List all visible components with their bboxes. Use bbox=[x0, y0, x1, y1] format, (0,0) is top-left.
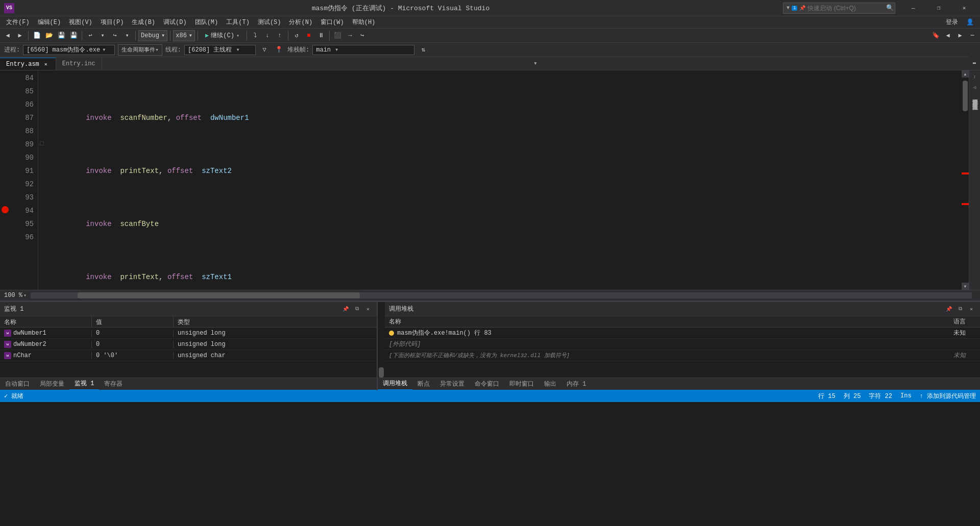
stop-button[interactable]: ■ bbox=[303, 30, 314, 41]
status-ready[interactable]: ✓ 就绪 bbox=[4, 392, 23, 400]
tab-memory1[interactable]: 内存 1 bbox=[561, 378, 591, 390]
cs-row-1[interactable]: masm伪指令.exe!main() 行 83 未知 bbox=[385, 328, 980, 339]
tab-exceptions[interactable]: 异常设置 bbox=[435, 378, 470, 390]
prev-result[interactable]: ◀ bbox=[942, 30, 953, 41]
step-into-button[interactable]: ↓ bbox=[262, 30, 273, 41]
debug-config-dropdown[interactable]: Debug ▾ bbox=[138, 30, 167, 41]
status-line[interactable]: 行 15 bbox=[818, 392, 836, 400]
hscrollbar[interactable] bbox=[31, 292, 972, 298]
undo-dropdown[interactable]: ▾ bbox=[97, 30, 108, 41]
status-ins[interactable]: Ins bbox=[900, 392, 912, 399]
watch-row-1[interactable]: w dwNumber1 0 unsigned long bbox=[0, 328, 377, 339]
watch-scrollbar-thumb[interactable] bbox=[379, 367, 384, 378]
next-breakpoint[interactable]: → bbox=[345, 30, 356, 41]
callstack-pin-btn[interactable]: 📌 bbox=[944, 305, 953, 314]
watch-scrollbar[interactable] bbox=[378, 302, 385, 378]
tab-cmdwindow[interactable]: 命令窗口 bbox=[470, 378, 504, 390]
close-button[interactable]: ✕ bbox=[952, 0, 976, 16]
tab-registers[interactable]: 寄存器 bbox=[99, 378, 128, 390]
run-to-cursor[interactable]: ↪ bbox=[357, 30, 368, 41]
menu-help[interactable]: 帮助(H) bbox=[348, 16, 380, 29]
team-explorer-label[interactable]: 团队资源管理器 bbox=[971, 98, 978, 102]
tab-entry-asm[interactable]: Entry.asm ✕ bbox=[0, 58, 56, 70]
tab-output[interactable]: 输出 bbox=[539, 378, 561, 390]
side-expand-btn[interactable]: ◁ bbox=[970, 83, 979, 92]
zoom-level[interactable]: 100 % bbox=[4, 292, 22, 299]
watch-close-btn[interactable]: ✕ bbox=[363, 305, 373, 314]
solution-explorer-label[interactable]: 解决方案资源管理器 bbox=[971, 93, 978, 97]
minimize-button[interactable]: — bbox=[901, 0, 925, 16]
watch-row-2[interactable]: w dwNumber2 0 unsigned long bbox=[0, 339, 377, 350]
close-tab-entry-asm[interactable]: ✕ bbox=[42, 61, 50, 68]
quick-launch-input[interactable] bbox=[807, 5, 884, 12]
forward-button[interactable]: ▶ bbox=[14, 30, 26, 41]
save-all-button[interactable]: 💾 bbox=[68, 30, 79, 41]
watch-float-btn[interactable]: ⧉ bbox=[352, 305, 361, 314]
callstack-float-btn[interactable]: ⧉ bbox=[955, 305, 965, 314]
stack-extra-btn[interactable]: ⇅ bbox=[418, 44, 429, 56]
menu-account-icon[interactable]: 👤 bbox=[962, 16, 978, 29]
scroll-thumb[interactable] bbox=[963, 81, 968, 111]
redo-dropdown[interactable]: ▾ bbox=[121, 30, 133, 41]
cs-row-2[interactable]: [外部代码] bbox=[385, 339, 980, 350]
code-content[interactable]: invoke scanfNumber , offset dwNumber1 in… bbox=[45, 70, 962, 290]
tab-immediate[interactable]: 即时窗口 bbox=[504, 378, 539, 390]
thread-filter-btn[interactable]: ▽ bbox=[259, 44, 270, 56]
platform-dropdown[interactable]: x86 ▾ bbox=[173, 30, 195, 41]
open-file-button[interactable]: 📂 bbox=[43, 30, 55, 41]
menu-build[interactable]: 生成(B) bbox=[128, 16, 159, 29]
redo-button[interactable]: ↪ bbox=[109, 30, 120, 41]
scroll-up[interactable]: ▲ bbox=[962, 70, 969, 78]
hscroll-thumb[interactable] bbox=[78, 292, 360, 298]
menu-window[interactable]: 窗口(W) bbox=[316, 16, 348, 29]
menu-analyze[interactable]: 分析(N) bbox=[285, 16, 316, 29]
menu-view[interactable]: 视图(V) bbox=[65, 16, 96, 29]
bookmark-btn[interactable]: 🔖 bbox=[930, 30, 941, 41]
back-button[interactable]: ◀ bbox=[2, 30, 13, 41]
menu-file[interactable]: 文件(F) bbox=[2, 16, 34, 29]
breakpoints-btn[interactable]: ⬛ bbox=[332, 30, 344, 41]
process-events-btn[interactable]: 生命周期事件 ▾ bbox=[118, 44, 162, 56]
watch-pin-btn[interactable]: 📌 bbox=[341, 305, 350, 314]
status-char[interactable]: 字符 22 bbox=[869, 392, 892, 400]
process-value[interactable]: [6560] masm伪指令.exe ▾ bbox=[23, 45, 115, 55]
new-project-button[interactable]: 📄 bbox=[31, 30, 42, 41]
tab-callstack[interactable]: 调用堆栈 bbox=[378, 378, 412, 390]
continue-button[interactable]: ▶ 继续(C) ▾ bbox=[201, 30, 244, 41]
menu-test[interactable]: 测试(S) bbox=[254, 16, 285, 29]
undo-button[interactable]: ↩ bbox=[85, 30, 96, 41]
zoom-dropdown[interactable]: ▾ bbox=[23, 292, 27, 298]
menu-edit[interactable]: 编辑(E) bbox=[34, 16, 65, 29]
editor-vscrollbar[interactable]: ▲ ▼ bbox=[962, 70, 969, 290]
next-result[interactable]: ▶ bbox=[954, 30, 966, 41]
gutter-89-collapse[interactable]: □ bbox=[38, 137, 45, 150]
side-pin-btn[interactable]: ↕ bbox=[970, 72, 979, 82]
status-add-src[interactable]: ↑ 添加到源代码管理 bbox=[920, 392, 976, 400]
menu-debug[interactable]: 调试(D) bbox=[159, 16, 191, 29]
panel-pin-btn[interactable]: ⬌ bbox=[969, 57, 980, 70]
thread-dropdown[interactable]: [6208] 主线程 ▾ bbox=[184, 45, 256, 55]
menu-tools[interactable]: 工具(T) bbox=[222, 16, 254, 29]
status-col[interactable]: 列 25 bbox=[844, 392, 861, 400]
save-button[interactable]: 💾 bbox=[56, 30, 67, 41]
more-btn[interactable]: ⋯ bbox=[967, 30, 978, 41]
tab-watch1[interactable]: 监视 1 bbox=[69, 378, 99, 390]
step-out-button[interactable]: ↑ bbox=[274, 30, 285, 41]
menu-team[interactable]: 团队(M) bbox=[191, 16, 223, 29]
step-over-button[interactable]: ⤵ bbox=[250, 30, 261, 41]
tab-locals[interactable]: 局部变量 bbox=[35, 378, 69, 390]
menu-project[interactable]: 项目(P) bbox=[96, 16, 128, 29]
watch-row-3[interactable]: w nChar 0 '\0' unsigned char bbox=[0, 350, 377, 361]
pause-button[interactable]: ⏸ bbox=[315, 30, 327, 41]
thread-location-btn[interactable]: 📍 bbox=[273, 44, 284, 56]
tab-breakpoints[interactable]: 断点 bbox=[412, 378, 435, 390]
menu-login[interactable]: 登录 bbox=[942, 16, 962, 29]
tab-entry-inc[interactable]: Entry.inc bbox=[56, 58, 102, 70]
restart-button[interactable]: ↺ bbox=[291, 30, 302, 41]
stack-dropdown[interactable]: main ▾ bbox=[312, 45, 414, 55]
tab-overflow-btn[interactable]: ▾ bbox=[529, 57, 542, 70]
maximize-button[interactable]: ❐ bbox=[927, 0, 950, 16]
callstack-close-btn[interactable]: ✕ bbox=[967, 305, 976, 314]
scroll-down[interactable]: ▼ bbox=[962, 283, 969, 290]
tab-auto[interactable]: 自动窗口 bbox=[0, 378, 35, 390]
